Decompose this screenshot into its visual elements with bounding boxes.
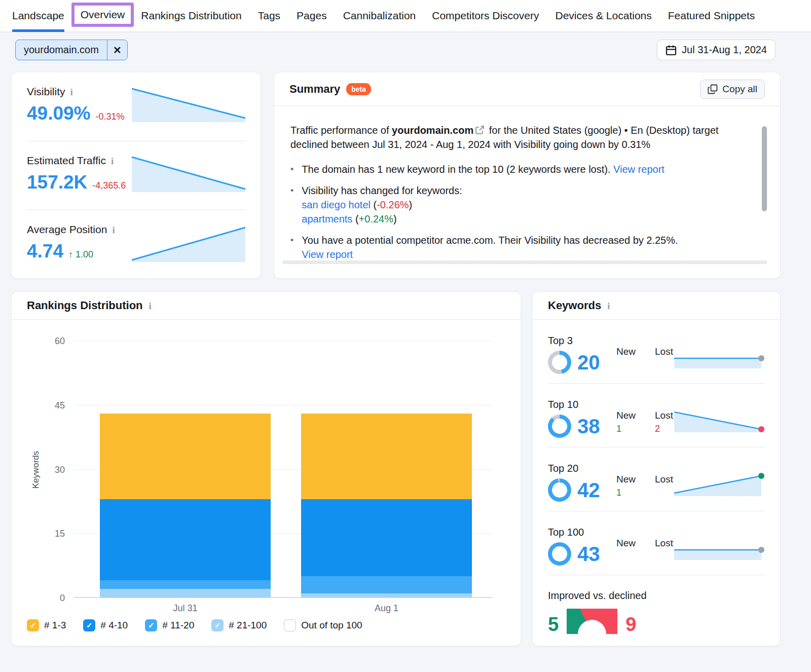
improved-count: 5 (548, 615, 559, 634)
keywords-rows: Top 320NewLostTop 1038New1Lost2Top 2042N… (533, 320, 780, 575)
legend-item-4-10[interactable]: ✓# 4-10 (83, 619, 128, 631)
copy-all-label: Copy all (722, 84, 757, 95)
summary-vertical-scrollbar[interactable] (762, 126, 767, 211)
new-count: 1 (616, 488, 641, 498)
domain-filter-chip[interactable]: yourdomain.com ✕ (15, 40, 128, 60)
estimated-traffic-sparkline (132, 156, 245, 192)
stacked-bar-aug-1[interactable] (301, 414, 472, 598)
estimated-traffic-value: 157.2K (27, 172, 87, 193)
checkbox-4-10[interactable]: ✓ (83, 619, 95, 631)
y-axis-tick: 30 (34, 464, 65, 475)
new-label: New (616, 346, 641, 357)
tab-rankings-distribution[interactable]: Rankings Distribution (141, 0, 241, 32)
close-icon[interactable]: ✕ (107, 40, 127, 60)
keyword-range-label: Top 100 (548, 527, 600, 538)
copy-icon (708, 84, 718, 94)
summary-horizontal-scrollbar[interactable] (282, 260, 767, 264)
keywords-card: Keywords i Top 320NewLostTop 1038New1Los… (532, 291, 781, 646)
keyword-sparkline (673, 471, 766, 501)
average-position-value: 4.74 (27, 241, 63, 262)
bar-segment-1-3[interactable] (301, 414, 472, 499)
bar-segment-11-20[interactable] (100, 580, 271, 589)
info-icon[interactable]: i (112, 225, 115, 235)
keywords-title: Keywords (548, 299, 601, 312)
estimated-traffic-label-row: Estimated Traffic i (27, 155, 126, 167)
x-axis-tick: Aug 1 (301, 603, 472, 614)
y-axis-tick: 0 (34, 593, 65, 604)
keyword-row-top-100: Top 10043NewLost (533, 511, 780, 575)
date-range-button[interactable]: Jul 31-Aug 1, 2024 (657, 40, 776, 60)
tab-overview[interactable]: Overview (71, 3, 134, 27)
link-apartments[interactable]: apartments (302, 213, 352, 225)
tab-tags[interactable]: Tags (258, 0, 280, 32)
keyword-count: 20 (577, 351, 600, 374)
keyword-donut (548, 351, 571, 374)
bar-segment-4-10[interactable] (301, 499, 472, 576)
new-lost-columns: NewLost (616, 538, 679, 549)
checkbox-1-3[interactable]: ✓ (27, 619, 39, 631)
copy-all-button[interactable]: Copy all (700, 80, 765, 99)
new-lost-columns: NewLost (616, 346, 679, 357)
bullet-content: Visibility has changed for keywords:san … (302, 183, 462, 227)
checkbox-11-20[interactable]: ✓ (145, 619, 157, 631)
stacked-bar-jul-31[interactable] (100, 414, 271, 598)
declined-count: 9 (625, 615, 636, 634)
keyword-count: 43 (577, 543, 600, 566)
tab-landscape[interactable]: Landscape (12, 0, 64, 32)
new-label: New (616, 410, 641, 421)
y-axis-tick: 60 (34, 336, 65, 347)
legend-item-11-20[interactable]: ✓# 11-20 (145, 619, 194, 631)
bar-segment-11-20[interactable] (301, 576, 472, 593)
gridline (74, 405, 492, 405)
info-icon[interactable]: i (149, 301, 152, 311)
new-count: 1 (616, 424, 641, 434)
tab-featured-snippets[interactable]: Featured Snippets (668, 0, 755, 32)
beta-badge: beta (346, 83, 371, 95)
summary-text: ) (409, 199, 413, 210)
legend-item-out-of-top-100[interactable]: Out of top 100 (284, 619, 362, 631)
summary-title: Summary (289, 83, 340, 96)
tab-devices-locations[interactable]: Devices & Locations (555, 0, 651, 32)
keyword-donut (548, 415, 571, 438)
keyword-sparkline (673, 407, 766, 437)
summary-text: +0.24% (359, 213, 393, 225)
y-axis-tick: 45 (34, 400, 65, 410)
summary-bullet: •You have a potential competitor acme.co… (290, 233, 751, 262)
keywords-header: Keywords i (533, 292, 780, 320)
link-san-diego-hotel[interactable]: san diego hotel (302, 199, 371, 210)
keyword-donut (548, 478, 571, 502)
legend-item-21-100[interactable]: ✓# 21-100 (211, 619, 267, 631)
summary-text: -0.26% (377, 199, 409, 210)
bar-segment-4-10[interactable] (100, 499, 271, 581)
summary-bullet: •The domain has 1 new keyword in the top… (290, 162, 751, 177)
divider (548, 575, 765, 575)
keyword-row-top-10: Top 1038New1Lost2 (533, 384, 780, 447)
tab-cannibalization[interactable]: Cannibalization (343, 0, 416, 32)
info-icon[interactable]: i (111, 156, 114, 166)
keyword-row-left: Top 1038 (548, 399, 600, 438)
bullet-icon: • (290, 183, 293, 227)
tab-competitors-discovery[interactable]: Competitors Discovery (432, 0, 539, 32)
visibility-delta: -0.31% (96, 111, 125, 122)
average-position-label-row: Average Position i (27, 223, 115, 236)
bar-segment-1-3[interactable] (100, 414, 271, 499)
link-view-report[interactable]: View report (613, 164, 665, 175)
bar-segment-21-100[interactable] (301, 593, 472, 598)
legend-label: # 11-20 (162, 620, 194, 631)
gridline (74, 341, 492, 341)
bar-segment-21-100[interactable] (100, 589, 271, 598)
info-icon[interactable]: i (70, 87, 72, 97)
checkbox-21-100[interactable]: ✓ (211, 619, 224, 631)
link-view-report[interactable]: View report (302, 249, 353, 260)
checkbox-out-of-top-100[interactable] (284, 619, 296, 631)
legend-label: # 21-100 (229, 620, 267, 631)
legend-label: # 4-10 (100, 620, 128, 631)
average-position-metric: Average Position i 4.74 ↑ 1.00 (12, 210, 261, 279)
visibility-value: 49.09% (27, 103, 91, 124)
keyword-sparkline (673, 535, 766, 565)
keyword-row-left: Top 10043 (548, 527, 600, 566)
info-icon[interactable]: i (607, 301, 610, 311)
tab-pages[interactable]: Pages (297, 0, 327, 32)
domain-chip-label: yourdomain.com (16, 44, 107, 56)
legend-item-1-3[interactable]: ✓# 1-3 (27, 619, 66, 631)
